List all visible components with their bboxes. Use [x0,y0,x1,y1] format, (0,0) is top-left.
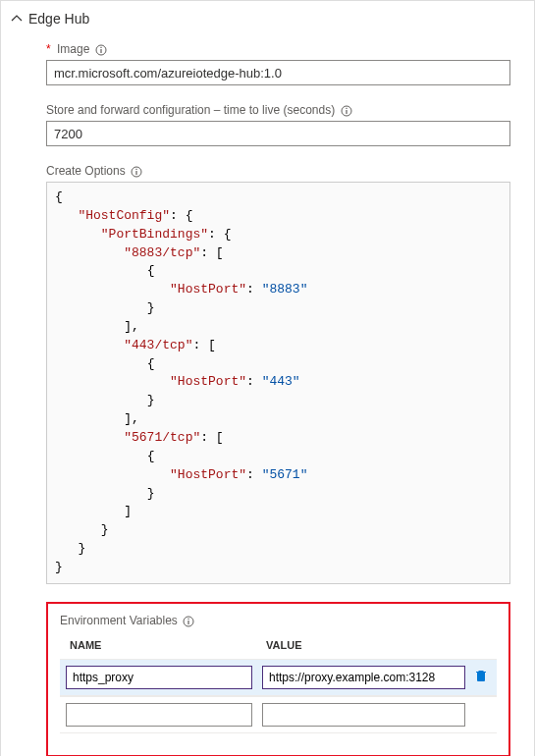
svg-rect-2 [100,47,101,48]
info-icon[interactable] [341,105,352,117]
svg-rect-11 [188,618,189,619]
svg-rect-1 [100,49,101,53]
svg-rect-10 [188,621,189,624]
env-col-value: VALUE [266,639,491,651]
env-name-input[interactable] [66,703,252,727]
image-label: * Image [46,42,510,56]
image-input[interactable] [46,60,510,85]
svg-rect-5 [346,108,347,109]
env-col-name: NAME [70,639,266,651]
env-name-input[interactable] [66,666,252,689]
svg-rect-7 [135,171,136,175]
info-icon[interactable] [183,616,194,627]
chevron-up-icon [11,13,23,25]
env-vars-label: Environment Variables [60,614,497,627]
ttl-label: Store and forward configuration – time t… [46,103,510,117]
ttl-input[interactable] [46,121,510,146]
env-value-input[interactable] [262,666,465,689]
delete-row-button[interactable] [474,669,488,685]
info-icon[interactable] [95,44,107,56]
env-vars-table: NAME VALUE [60,639,497,733]
svg-rect-8 [135,169,136,170]
section-title: Edge Hub [28,11,89,27]
trash-icon [474,671,488,685]
create-options-label: Create Options [46,164,510,178]
image-field: * Image [46,42,510,85]
create-options-editor[interactable]: { "HostConfig": { "PortBindings": { "888… [46,182,510,584]
info-icon[interactable] [131,166,142,178]
edge-hub-panel: Edge Hub * Image Store and forward confi… [0,0,535,756]
env-table-header: NAME VALUE [60,639,497,659]
create-options-field: Create Options { "HostConfig": { "PortBi… [46,164,510,584]
env-value-input[interactable] [262,703,465,727]
environment-variables-section: Environment Variables NAME VALUE [46,602,510,756]
section-header[interactable]: Edge Hub [11,1,510,42]
env-row [60,659,497,696]
ttl-field: Store and forward configuration – time t… [46,103,510,146]
env-row [60,696,497,733]
svg-rect-4 [346,110,347,114]
